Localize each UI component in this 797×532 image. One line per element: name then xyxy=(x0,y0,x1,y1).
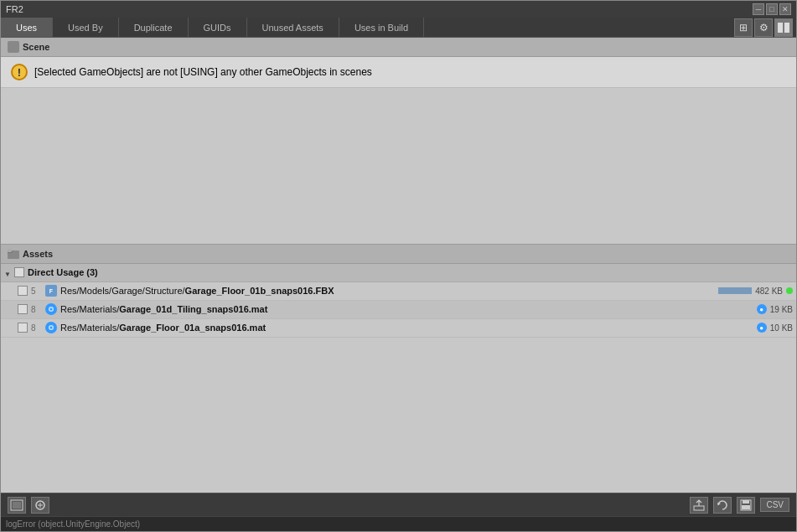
maximize-button[interactable]: □ xyxy=(766,3,778,15)
scene-view-button[interactable] xyxy=(8,497,26,514)
assets-section-header: Assets xyxy=(1,245,796,264)
tab-uses[interactable]: Uses xyxy=(1,18,53,37)
item-checkbox-1[interactable] xyxy=(18,286,28,296)
svg-rect-1 xyxy=(784,23,789,33)
svg-rect-17 xyxy=(742,505,750,509)
svg-rect-16 xyxy=(743,500,749,504)
mat-icon-2 xyxy=(44,302,58,316)
direct-usage-group: Direct Usage (3) xyxy=(1,264,796,282)
item-path-3: Res/Materials/Garage_Floor_01a_snaps016.… xyxy=(60,323,757,333)
green-dot-1 xyxy=(786,287,793,294)
svg-rect-14 xyxy=(694,506,704,510)
main-window: FR2 ─ □ ✕ Uses Used By Duplicate GUIDs U… xyxy=(0,0,797,532)
status-text: logError (object.UnityEngine.Object) xyxy=(6,519,140,529)
item-number-1: 5 xyxy=(31,287,41,296)
svg-rect-4 xyxy=(8,249,12,252)
settings-button[interactable]: ⚙ xyxy=(754,18,773,37)
warning-panel: ! [Selected GameObjects] are not [USING]… xyxy=(1,57,796,88)
upload-button[interactable] xyxy=(690,497,708,514)
warning-icon: ! xyxy=(11,64,28,80)
toolbar-icons: ⊞ ⚙ xyxy=(731,18,796,37)
panel-view-button[interactable] xyxy=(774,18,793,37)
scene-icon xyxy=(8,41,19,53)
bottom-bar: CSV xyxy=(1,493,796,516)
title-bar: FR2 ─ □ ✕ xyxy=(1,1,796,18)
save-button[interactable] xyxy=(737,497,755,514)
item-path-2: Res/Materials/Garage_01d_Tiling_snaps016… xyxy=(60,304,757,314)
minimize-button[interactable]: ─ xyxy=(753,3,764,15)
item-checkbox-3[interactable] xyxy=(18,323,28,333)
tab-duplicate[interactable]: Duplicate xyxy=(119,18,189,37)
svg-rect-10 xyxy=(13,502,21,509)
list-item: 8 Res/Materials/Garage_Floor_01a_snaps01… xyxy=(1,319,796,338)
status-bar: logError (object.UnityEngine.Object) xyxy=(1,516,796,531)
grid-view-button[interactable]: ⊞ xyxy=(734,18,753,37)
item-number-3: 8 xyxy=(31,323,41,333)
hierarchy-button[interactable] xyxy=(31,497,49,514)
group-checkbox[interactable] xyxy=(14,267,24,277)
item-path-1: Res/Models/Garage/Structure/Garage_Floor… xyxy=(60,286,718,296)
item-size-3: ● 10 KB xyxy=(757,323,793,333)
scene-section-header: Scene xyxy=(1,38,796,57)
tab-uses-in-build[interactable]: Uses in Build xyxy=(339,18,424,37)
item-checkbox-2[interactable] xyxy=(18,304,28,314)
svg-point-8 xyxy=(50,327,53,329)
empty-space xyxy=(1,338,796,493)
tab-guids[interactable]: GUIDs xyxy=(189,18,247,37)
item-size-2: ● 19 KB xyxy=(757,304,793,314)
csv-button[interactable]: CSV xyxy=(760,498,789,512)
svg-rect-0 xyxy=(778,23,783,33)
size-bar-1 xyxy=(718,287,752,294)
list-item: 5 F Res/Models/Garage/Structure/Garage_F… xyxy=(1,282,796,301)
close-button[interactable]: ✕ xyxy=(779,3,791,15)
mat-icon-3 xyxy=(44,321,58,334)
tab-unused-assets[interactable]: Unused Assets xyxy=(247,18,339,37)
expand-triangle[interactable] xyxy=(4,268,13,276)
blue-circle-2: ● xyxy=(757,304,767,314)
window-controls: ─ □ ✕ xyxy=(753,3,791,15)
fbx-icon-1: F xyxy=(44,284,58,297)
list-item: 8 Res/Materials/Garage_01d_Tiling_snaps0… xyxy=(1,301,796,319)
assets-folder-icon xyxy=(8,248,19,260)
assets-section: Assets Direct Usage (3) 5 F Res/Models/G… xyxy=(1,244,796,338)
tabs-bar: Uses Used By Duplicate GUIDs Unused Asse… xyxy=(1,18,796,38)
refresh-button[interactable] xyxy=(713,497,732,514)
item-size-1: 482 KB xyxy=(718,287,793,296)
window-title: FR2 xyxy=(6,4,23,14)
item-number-2: 8 xyxy=(31,305,41,314)
warning-message: [Selected GameObjects] are not [USING] a… xyxy=(34,66,372,78)
scene-content-area xyxy=(1,88,796,244)
blue-circle-3: ● xyxy=(757,323,767,333)
tab-used-by[interactable]: Used By xyxy=(53,18,119,37)
svg-point-6 xyxy=(50,308,53,311)
